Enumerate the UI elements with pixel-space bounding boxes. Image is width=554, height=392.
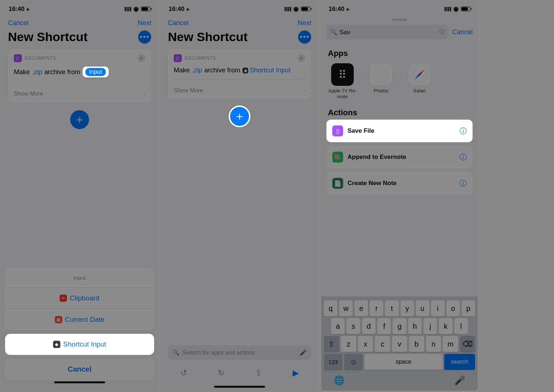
remove-action-button[interactable]: ✕ [297, 54, 305, 62]
info-button[interactable]: ⓘ [459, 152, 467, 162]
key-x[interactable]: x [358, 336, 373, 352]
key-h[interactable]: h [408, 318, 422, 334]
signal-icon [125, 7, 131, 11]
key-backspace[interactable]: ⌫ [460, 336, 475, 352]
kb-row-3: ⇧ z x c v b n m ⌫ [324, 336, 475, 352]
key-k[interactable]: k [439, 318, 452, 334]
menu-current-date[interactable]: ▦ Current Date [5, 309, 154, 330]
key-g[interactable]: g [393, 318, 406, 334]
safari-icon [408, 63, 431, 86]
kb-row-2: a s d f g h j k l [324, 318, 475, 334]
app-safari[interactable]: Safari [405, 63, 434, 99]
app-apple-tv-remote[interactable]: ⠿ Apple TV Re- mote [328, 63, 357, 99]
wifi-icon: ◉ [133, 5, 139, 13]
zip-token[interactable]: .zip [192, 67, 202, 74]
menu-header: Input [5, 268, 154, 287]
action-append-evernote[interactable]: 🐘 Append to Evernote ⓘ [326, 146, 473, 168]
info-button[interactable]: ⓘ [459, 179, 467, 188]
key-l[interactable]: l [454, 318, 468, 334]
key-123[interactable]: 123 [324, 354, 342, 370]
key-n[interactable]: n [426, 336, 441, 352]
key-j[interactable]: j [423, 318, 437, 334]
key-d[interactable]: d [362, 318, 376, 334]
signal-icon [285, 7, 291, 11]
cancel-button[interactable]: Cancel [168, 19, 188, 27]
menu-cancel-button[interactable]: Cancel [5, 359, 154, 380]
input-token[interactable]: Input [85, 68, 106, 76]
show-more-button[interactable]: Show More [14, 91, 43, 97]
signal-icon [445, 7, 451, 11]
editor-toolbar: ↺ ↻ ⇪ ▶ [161, 363, 318, 384]
key-o[interactable]: o [446, 300, 460, 316]
kb-row-1: q w e r t y u i o p [324, 300, 475, 316]
redo-button[interactable]: ↻ [218, 368, 224, 378]
input-token-highlight: Input [83, 67, 109, 77]
undo-button[interactable]: ↺ [180, 368, 187, 378]
category-label: DOCUMENTS [25, 56, 56, 61]
key-p[interactable]: p [462, 300, 475, 316]
mic-button[interactable]: 🎤 [454, 375, 465, 385]
cancel-search-button[interactable]: Cancel [452, 28, 473, 36]
key-q[interactable]: q [324, 300, 337, 316]
add-action-button[interactable]: ＋ [230, 107, 249, 126]
apps-row: ⠿ Apple TV Re- mote Photos Safari [321, 60, 478, 103]
clipboard-icon: ✂ [60, 295, 67, 302]
key-emoji[interactable]: ☺ [344, 354, 363, 370]
add-action-button[interactable]: ＋ [70, 110, 89, 129]
key-search[interactable]: search [444, 354, 475, 370]
more-button[interactable]: ••• [298, 31, 311, 44]
menu-shortcut-input-highlight: ◆ Shortcut Input [5, 334, 154, 355]
key-r[interactable]: r [370, 300, 383, 316]
key-f[interactable]: f [377, 318, 391, 334]
key-m[interactable]: m [443, 336, 458, 352]
share-button[interactable]: ⇪ [255, 368, 262, 378]
title-row: New Shortcut ••• [161, 30, 318, 49]
key-z[interactable]: z [341, 336, 356, 352]
kb-icons-row: 🌐 🎤 [323, 372, 476, 389]
clear-search-button[interactable]: ⓧ [439, 28, 445, 36]
play-button[interactable]: ▶ [293, 368, 299, 378]
key-w[interactable]: w [339, 300, 353, 316]
chevron-right-icon: › [143, 89, 145, 98]
save-file-icon: ▯ [332, 125, 343, 136]
actions-section-header: Actions [321, 103, 478, 120]
key-e[interactable]: e [354, 300, 368, 316]
home-indicator [214, 386, 265, 388]
shortcut-input-icon: ◆ [242, 68, 248, 73]
more-button[interactable]: ••• [138, 31, 151, 44]
nav-bar: Cancel Next [161, 14, 318, 30]
key-shift[interactable]: ⇧ [324, 336, 339, 352]
key-y[interactable]: y [401, 300, 414, 316]
action-save-file[interactable]: ▯ Save File ⓘ [326, 120, 473, 142]
search-field-container[interactable]: 🔍 ⓧ [326, 25, 449, 39]
key-c[interactable]: c [375, 336, 390, 352]
key-b[interactable]: b [409, 336, 424, 352]
mic-icon[interactable]: 🎤 [300, 349, 307, 356]
key-space[interactable]: space [365, 354, 442, 370]
key-t[interactable]: t [385, 300, 398, 316]
time-label: 16:40 [329, 5, 344, 12]
next-button[interactable]: Next [298, 19, 311, 27]
app-photos[interactable]: Photos [366, 63, 396, 99]
action-create-new-note[interactable]: 📄 Create New Note ⓘ [326, 172, 473, 195]
key-s[interactable]: s [346, 318, 360, 334]
next-button[interactable]: Next [138, 19, 151, 27]
search-bar[interactable]: 🔍 Search for apps and actions 🎤 [168, 345, 311, 360]
key-u[interactable]: u [416, 300, 429, 316]
show-more-button[interactable]: Show More [174, 87, 203, 94]
key-v[interactable]: v [392, 336, 407, 352]
remove-action-button[interactable]: ✕ [137, 54, 145, 62]
shortcut-input-token[interactable]: Shortcut Input [250, 67, 290, 74]
key-i[interactable]: i [431, 300, 445, 316]
cancel-button[interactable]: Cancel [8, 19, 28, 27]
grabber-icon[interactable] [392, 19, 407, 21]
key-a[interactable]: a [331, 318, 345, 334]
menu-clipboard[interactable]: ✂ Clipboard [5, 287, 154, 309]
menu-shortcut-input[interactable]: ◆ Shortcut Input [5, 334, 154, 355]
kb-row-4: 123 ☺ space search [324, 354, 475, 370]
info-button[interactable]: ⓘ [459, 126, 467, 136]
zip-token[interactable]: .zip [32, 68, 42, 76]
search-input[interactable] [340, 29, 437, 36]
globe-button[interactable]: 🌐 [334, 375, 345, 385]
calendar-icon: ▦ [55, 316, 62, 323]
